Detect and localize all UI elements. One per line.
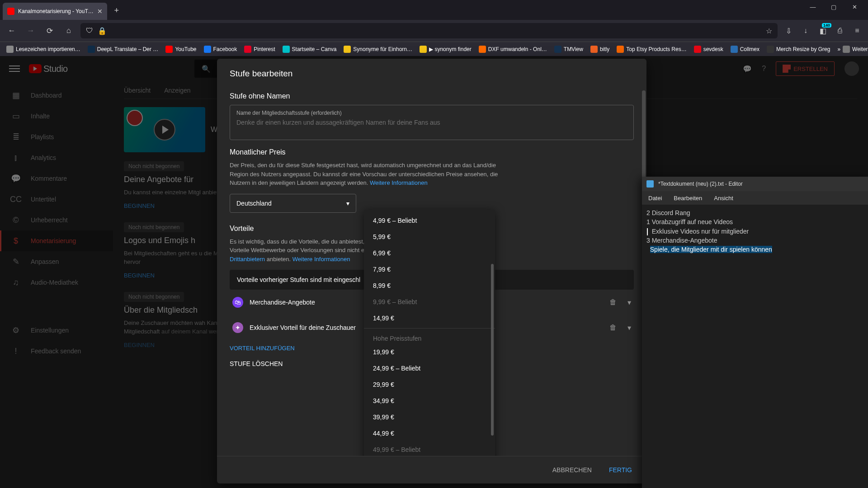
- perk-label: Exklusiver Vorteil für deine Zuschauer: [250, 324, 356, 331]
- done-button[interactable]: FERTIG: [604, 463, 637, 477]
- bookmark-favicon-icon: [479, 46, 486, 53]
- input-placeholder: Denke dir einen kurzen und aussagekräfti…: [236, 119, 627, 126]
- price-group-header: Hohe Preisstufen: [364, 330, 495, 344]
- delete-perk-icon[interactable]: 🗑: [609, 324, 617, 332]
- bookmark-favicon-icon: [244, 46, 251, 53]
- notepad-app-icon: [646, 180, 654, 188]
- more-info-link[interactable]: Weitere Informationen: [370, 179, 428, 186]
- nav-forward-button[interactable]: →: [24, 23, 38, 38]
- bookmark-label: ▶ synonym finder: [429, 46, 472, 52]
- bookmarks-bar: Lesezeichen importieren…DeepL Translate …: [0, 42, 868, 56]
- window-controls: — ▢ ✕: [799, 0, 868, 14]
- expand-perk-icon[interactable]: ▾: [627, 298, 631, 307]
- library-icon[interactable]: ⇩: [782, 24, 795, 37]
- price-option[interactable]: 29,99 €: [364, 376, 495, 393]
- bookmark-item[interactable]: Merch Resize by Greg: [764, 44, 833, 54]
- price-option[interactable]: 9,99 € – Beliebt: [364, 294, 495, 310]
- bookmark-item[interactable]: bitly: [588, 44, 612, 54]
- price-heading: Monatlicher Preis: [230, 148, 634, 156]
- bookmark-star-icon[interactable]: ☆: [766, 27, 772, 35]
- extensions-icon[interactable]: ◧ 140: [816, 24, 829, 37]
- input-label: Name der Mitgliedschaftsstufe (erforderl…: [236, 110, 627, 116]
- window-maximize-button[interactable]: ▢: [827, 4, 840, 10]
- price-option[interactable]: 4,99 € – Beliebt: [364, 212, 495, 229]
- more-info-link[interactable]: Weitere Informationen: [292, 256, 350, 263]
- nav-back-button[interactable]: ←: [5, 23, 19, 38]
- price-help-text: Der Preis, den du für diese Stufe festge…: [230, 161, 501, 188]
- browser-titlebar: Kanalmonetarisierung - YouT… ✕ + — ▢ ✕: [0, 0, 868, 20]
- bookmark-item[interactable]: Startseite – Canva: [280, 44, 340, 54]
- price-option[interactable]: 5,99 €: [364, 229, 495, 245]
- bookmark-item[interactable]: TMView: [552, 44, 586, 54]
- nav-reload-button[interactable]: ⟳: [42, 23, 57, 38]
- bookmark-favicon-icon: [204, 46, 211, 53]
- third-party-link[interactable]: Drittanbietern: [230, 256, 265, 263]
- price-option[interactable]: 14,99 €: [364, 310, 495, 326]
- bookmark-label: Collmex: [740, 46, 760, 52]
- bookmark-item[interactable]: DeepL Translate – Der …: [85, 44, 161, 54]
- bookmark-item[interactable]: Top Etsy Products Res…: [614, 44, 689, 54]
- cancel-button[interactable]: ABBRECHEN: [548, 463, 596, 477]
- price-option[interactable]: 6,99 €: [364, 245, 495, 261]
- bookmark-label: YouTube: [175, 46, 196, 52]
- nav-home-button[interactable]: ⌂: [61, 23, 76, 38]
- tier-name-heading: Stufe ohne Namen: [230, 92, 634, 100]
- bookmark-label: Synonyme für Einhorn…: [353, 46, 412, 52]
- price-option[interactable]: 24,99 € – Beliebt: [364, 360, 495, 376]
- delete-perk-icon[interactable]: 🗑: [609, 298, 617, 307]
- dropdown-scrollbar[interactable]: [491, 264, 494, 436]
- price-option[interactable]: 34,99 €: [364, 393, 495, 409]
- bookmark-label: TMView: [564, 46, 583, 52]
- menu-file[interactable]: Datei: [648, 195, 662, 202]
- bookmark-label: Pinterest: [254, 46, 275, 52]
- country-select[interactable]: Deutschland ▾: [230, 194, 356, 213]
- notepad-menubar: Datei Bearbeiten Ansicht: [642, 191, 868, 205]
- bookmarks-overflow-button[interactable]: » Weitere Lesezeichen: [835, 44, 868, 54]
- shield-icon[interactable]: 🛡: [86, 27, 93, 35]
- tab-close-icon[interactable]: ✕: [97, 8, 103, 15]
- bookmark-favicon-icon: [283, 46, 290, 53]
- bookmark-favicon-icon: [6, 46, 14, 53]
- downloads-icon[interactable]: ↓: [799, 24, 812, 37]
- youtube-favicon-icon: [7, 8, 14, 15]
- notepad-text-area[interactable]: 2 Discord Rang 1 Vorabzugriff auf neue V…: [642, 205, 868, 258]
- price-option[interactable]: 7,99 €: [364, 261, 495, 277]
- new-tab-button[interactable]: +: [110, 4, 123, 17]
- price-option[interactable]: 44,99 €: [364, 425, 495, 441]
- bookmark-favicon-icon: [554, 46, 561, 53]
- lock-icon[interactable]: 🔒: [98, 27, 107, 35]
- url-bar[interactable]: 🛡 🔒 ☆: [80, 23, 778, 38]
- bookmark-item[interactable]: Lesezeichen importieren…: [4, 44, 83, 54]
- bookmark-item[interactable]: ▶ synonym finder: [417, 44, 474, 54]
- window-minimize-button[interactable]: —: [807, 4, 819, 10]
- bookmark-item[interactable]: Synonyme für Einhorn…: [341, 44, 415, 54]
- bookmark-item[interactable]: sevdesk: [691, 44, 726, 54]
- expand-perk-icon[interactable]: ▾: [627, 324, 631, 332]
- bookmark-favicon-icon: [767, 46, 774, 53]
- extension-badge: 140: [822, 23, 831, 28]
- price-option[interactable]: 39,99 €: [364, 409, 495, 425]
- window-close-button[interactable]: ✕: [848, 4, 861, 10]
- app-menu-icon[interactable]: ≡: [851, 24, 863, 37]
- notepad-titlebar[interactable]: *Textdokument (neu) (2).txt - Editor: [642, 177, 868, 191]
- add-perk-button[interactable]: VORTEIL HINZUFÜGEN: [230, 345, 295, 352]
- bookmark-item[interactable]: Facebook: [201, 44, 240, 54]
- menu-edit[interactable]: Bearbeiten: [674, 195, 702, 202]
- text-cursor-icon: [647, 228, 648, 235]
- folder-icon: [843, 46, 850, 53]
- bookmark-label: DXF umwandeln - Onl…: [488, 46, 547, 52]
- print-icon[interactable]: ⎙: [834, 24, 846, 37]
- bookmark-item[interactable]: Collmex: [728, 44, 762, 54]
- bookmark-item[interactable]: YouTube: [163, 44, 199, 54]
- browser-tab[interactable]: Kanalmonetarisierung - YouT… ✕: [3, 3, 107, 20]
- bookmark-favicon-icon: [165, 46, 173, 53]
- tier-name-input[interactable]: Name der Mitgliedschaftsstufe (erforderl…: [230, 105, 634, 140]
- price-option[interactable]: 8,99 €: [364, 277, 495, 294]
- price-option[interactable]: 19,99 €: [364, 344, 495, 360]
- bookmark-item[interactable]: Pinterest: [241, 44, 278, 54]
- menu-view[interactable]: Ansicht: [714, 195, 733, 202]
- price-option[interactable]: 49,99 € – Beliebt: [364, 441, 495, 456]
- bookmark-item[interactable]: DXF umwandeln - Onl…: [476, 44, 550, 54]
- bookmark-label: Facebook: [213, 46, 237, 52]
- bookmark-label: sevdesk: [703, 46, 723, 52]
